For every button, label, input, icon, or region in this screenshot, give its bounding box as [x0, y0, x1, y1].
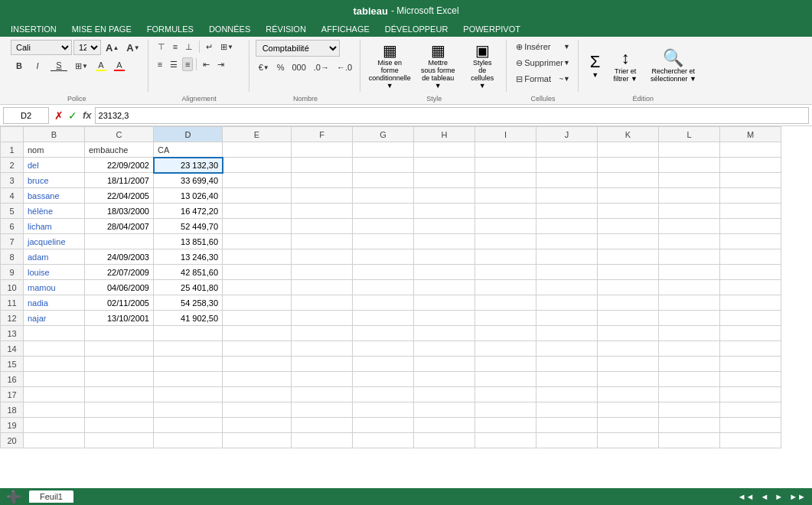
cell[interactable]: [536, 418, 598, 433]
cell[interactable]: [598, 280, 659, 295]
cell[interactable]: [292, 341, 353, 357]
cell[interactable]: [536, 173, 598, 188]
cell[interactable]: [24, 357, 85, 372]
cell[interactable]: [154, 357, 223, 372]
cell[interactable]: [223, 418, 292, 433]
cell[interactable]: [223, 219, 292, 234]
cell[interactable]: 13 246,30: [154, 249, 223, 265]
cell[interactable]: 16 472,20: [154, 204, 223, 219]
cell[interactable]: [598, 372, 659, 387]
cell[interactable]: [292, 142, 353, 158]
cell[interactable]: [475, 402, 536, 418]
cell[interactable]: [292, 265, 353, 280]
align-middle-btn[interactable]: ≡: [170, 40, 181, 54]
cell[interactable]: louise: [24, 265, 85, 280]
cell[interactable]: [223, 280, 292, 295]
cell[interactable]: [598, 142, 659, 158]
cell[interactable]: [659, 188, 720, 204]
cell[interactable]: [659, 433, 720, 448]
cell[interactable]: [353, 311, 414, 326]
cell[interactable]: 28/04/2007: [85, 219, 154, 234]
cell[interactable]: [353, 326, 414, 341]
cell[interactable]: [292, 387, 353, 402]
cell[interactable]: [475, 341, 536, 357]
cell[interactable]: 42 851,60: [154, 265, 223, 280]
cell[interactable]: [292, 295, 353, 311]
decrease-font-btn[interactable]: A▼: [123, 41, 142, 54]
cell[interactable]: [292, 188, 353, 204]
underline-btn[interactable]: S: [47, 59, 70, 73]
cell[interactable]: [720, 311, 781, 326]
cell[interactable]: [659, 402, 720, 418]
cell[interactable]: [475, 326, 536, 341]
cell[interactable]: [24, 341, 85, 357]
increase-decimal-btn[interactable]: .0→: [311, 60, 332, 74]
cell[interactable]: [598, 158, 659, 173]
cell[interactable]: [414, 265, 475, 280]
cell[interactable]: [85, 234, 154, 249]
cell[interactable]: [414, 158, 475, 173]
name-box[interactable]: D2: [3, 107, 49, 124]
cell[interactable]: [536, 158, 598, 173]
format-btn[interactable]: ⊟ Format ~▼: [513, 72, 573, 86]
cell[interactable]: [292, 372, 353, 387]
scroll-left-btn[interactable]: ◄◄: [738, 492, 755, 501]
cell[interactable]: [598, 311, 659, 326]
col-header-F[interactable]: F: [292, 127, 353, 142]
cell[interactable]: [475, 173, 536, 188]
tab-formules[interactable]: FORMULES: [139, 21, 201, 37]
cell[interactable]: [154, 418, 223, 433]
cell[interactable]: [536, 387, 598, 402]
cell[interactable]: [720, 249, 781, 265]
cell[interactable]: [414, 173, 475, 188]
cell[interactable]: [720, 265, 781, 280]
add-sheet-btn[interactable]: ➕: [6, 490, 21, 504]
borders-btn[interactable]: ⊞▼: [72, 59, 91, 73]
cell[interactable]: [536, 326, 598, 341]
cell[interactable]: [154, 433, 223, 448]
cell[interactable]: bassane: [24, 188, 85, 204]
decrease-indent-btn[interactable]: ⇤: [200, 57, 213, 71]
cell[interactable]: [414, 280, 475, 295]
cell[interactable]: [414, 387, 475, 402]
cell[interactable]: [353, 341, 414, 357]
cell[interactable]: 54 258,30: [154, 295, 223, 311]
cell[interactable]: [659, 204, 720, 219]
cell[interactable]: [536, 265, 598, 280]
cell[interactable]: 04/06/2009: [85, 280, 154, 295]
col-header-L[interactable]: L: [659, 127, 720, 142]
cell[interactable]: [353, 433, 414, 448]
cell[interactable]: [353, 372, 414, 387]
cell[interactable]: mamou: [24, 280, 85, 295]
cell[interactable]: [659, 265, 720, 280]
cell[interactable]: [598, 265, 659, 280]
cell[interactable]: [353, 204, 414, 219]
col-header-M[interactable]: M: [720, 127, 781, 142]
cell[interactable]: [353, 142, 414, 158]
cell[interactable]: 13 851,60: [154, 234, 223, 249]
cell[interactable]: [720, 433, 781, 448]
cell[interactable]: [720, 402, 781, 418]
tab-revision[interactable]: RÉVISION: [258, 21, 314, 37]
cell[interactable]: [353, 173, 414, 188]
cell[interactable]: [292, 234, 353, 249]
merge-btn[interactable]: ⊞▼: [217, 40, 236, 54]
cell[interactable]: [353, 280, 414, 295]
cell[interactable]: [720, 173, 781, 188]
cell[interactable]: nom: [24, 142, 85, 158]
cell[interactable]: [536, 402, 598, 418]
cell[interactable]: [414, 402, 475, 418]
cell[interactable]: [353, 295, 414, 311]
cell[interactable]: 18/11/2007: [85, 173, 154, 188]
cell[interactable]: [414, 341, 475, 357]
cell[interactable]: [223, 249, 292, 265]
cell[interactable]: [659, 326, 720, 341]
cell[interactable]: [475, 188, 536, 204]
cell[interactable]: [414, 433, 475, 448]
fill-color-btn[interactable]: A: [93, 59, 109, 73]
formula-cancel-icon[interactable]: ✗: [54, 109, 64, 122]
cell[interactable]: jacqueline: [24, 234, 85, 249]
col-header-H[interactable]: H: [414, 127, 475, 142]
cell[interactable]: [223, 372, 292, 387]
cell[interactable]: [475, 280, 536, 295]
